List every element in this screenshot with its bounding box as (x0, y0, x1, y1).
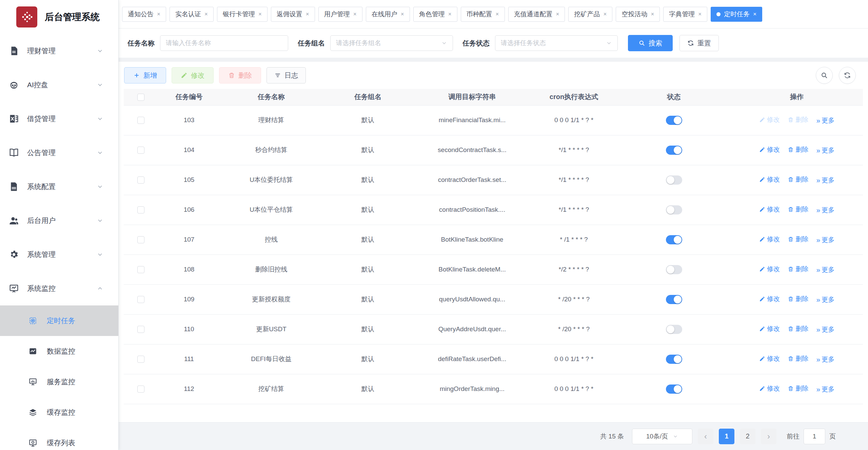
sidebar-sub-item[interactable]: 缓存监控 (0, 397, 118, 428)
tag-view-tab[interactable]: 角色管理 × (413, 7, 457, 22)
edit-button[interactable]: 修改 (172, 67, 214, 83)
edit-link[interactable]: 修改 (759, 295, 780, 303)
more-link[interactable]: » 更多 (816, 116, 834, 125)
sidebar-sub-item[interactable]: 定时任务 (0, 305, 118, 336)
edit-link[interactable]: 修改 (759, 324, 780, 333)
tab-close-icon[interactable]: × (753, 11, 756, 17)
refresh-circle-button[interactable] (839, 67, 856, 84)
delete-link[interactable]: 删除 (788, 115, 808, 124)
more-link[interactable]: » 更多 (816, 236, 834, 244)
edit-link[interactable]: 修改 (759, 235, 780, 244)
row-checkbox[interactable] (137, 386, 144, 393)
more-link[interactable]: » 更多 (816, 325, 834, 334)
edit-link[interactable]: 修改 (759, 354, 780, 363)
status-toggle[interactable] (666, 235, 682, 244)
delete-link[interactable]: 删除 (788, 295, 808, 303)
tag-view-tab[interactable]: 返佣设置 × (271, 7, 315, 22)
status-toggle[interactable] (666, 146, 682, 155)
row-checkbox[interactable] (137, 266, 144, 273)
sidebar-sub-item[interactable]: 缓存列表 (0, 428, 118, 450)
tag-view-tab[interactable]: 挖矿产品 × (568, 7, 612, 22)
status-toggle[interactable] (666, 116, 682, 125)
edit-link[interactable]: 修改 (759, 145, 780, 154)
more-link[interactable]: » 更多 (816, 385, 834, 394)
delete-link[interactable]: 删除 (788, 324, 808, 333)
task-name-input[interactable] (160, 35, 288, 51)
sidebar-item[interactable]: AI控盘 (0, 68, 118, 102)
search-button[interactable]: 搜索 (628, 35, 673, 51)
search-circle-button[interactable] (816, 67, 833, 84)
log-button[interactable]: 日志 (267, 67, 306, 83)
page-size-select[interactable]: 10条/页 (632, 429, 692, 444)
status-toggle[interactable] (666, 295, 682, 304)
row-checkbox[interactable] (137, 296, 144, 303)
sidebar-item[interactable]: 后台用户 (0, 204, 118, 238)
select-all-checkbox[interactable] (137, 94, 144, 101)
goto-page-input[interactable] (804, 429, 825, 444)
row-checkbox[interactable] (137, 117, 144, 124)
tab-close-icon[interactable]: × (698, 11, 702, 17)
edit-link[interactable]: 修改 (759, 175, 780, 184)
reset-button[interactable]: 重置 (679, 35, 719, 51)
page-number-button[interactable]: 1 (719, 429, 734, 444)
sidebar-sub-item[interactable]: 数据监控 (0, 336, 118, 367)
del-button[interactable]: 删除 (219, 67, 261, 83)
status-toggle[interactable] (666, 205, 682, 214)
row-checkbox[interactable] (137, 147, 144, 154)
delete-link[interactable]: 删除 (788, 354, 808, 363)
delete-link[interactable]: 删除 (788, 235, 808, 244)
row-checkbox[interactable] (137, 356, 144, 363)
tab-close-icon[interactable]: × (496, 11, 499, 17)
more-link[interactable]: » 更多 (816, 265, 834, 274)
tag-view-tab[interactable]: 定时任务 × (711, 7, 762, 22)
next-page-button[interactable]: › (761, 429, 776, 444)
sidebar-item[interactable]: 理财管理 (0, 34, 118, 68)
sidebar-item[interactable]: 系统监控 (0, 271, 118, 305)
more-link[interactable]: » 更多 (816, 355, 834, 364)
sidebar-item[interactable]: 系统配置 (0, 170, 118, 204)
more-link[interactable]: » 更多 (816, 295, 834, 304)
tag-view-tab[interactable]: 空投活动 × (616, 7, 660, 22)
status-toggle[interactable] (666, 175, 682, 185)
edit-link[interactable]: 修改 (759, 265, 780, 274)
delete-link[interactable]: 删除 (788, 175, 808, 184)
status-toggle[interactable] (666, 385, 682, 394)
status-toggle[interactable] (666, 355, 682, 364)
add-button[interactable]: 新增 (124, 67, 166, 83)
row-checkbox[interactable] (137, 236, 144, 243)
tab-close-icon[interactable]: × (306, 11, 309, 17)
delete-link[interactable]: 删除 (788, 205, 808, 214)
tab-close-icon[interactable]: × (353, 11, 357, 17)
status-toggle[interactable] (666, 265, 682, 274)
sidebar-sub-item[interactable]: 服务监控 (0, 367, 118, 397)
page-number-button[interactable]: 2 (740, 429, 755, 444)
more-link[interactable]: » 更多 (816, 146, 834, 155)
tag-view-tab[interactable]: 字典管理 × (663, 7, 707, 22)
task-group-select[interactable]: 请选择任务组名 (330, 35, 453, 51)
tab-close-icon[interactable]: × (603, 11, 607, 17)
delete-link[interactable]: 删除 (788, 384, 808, 393)
edit-link[interactable]: 修改 (759, 115, 780, 124)
tag-view-tab[interactable]: 用户管理 × (318, 7, 362, 22)
tab-close-icon[interactable]: × (258, 11, 262, 17)
status-toggle[interactable] (666, 325, 682, 334)
delete-link[interactable]: 删除 (788, 145, 808, 154)
edit-link[interactable]: 修改 (759, 384, 780, 393)
tab-close-icon[interactable]: × (401, 11, 404, 17)
tab-close-icon[interactable]: × (651, 11, 654, 17)
prev-page-button[interactable]: ‹ (698, 429, 713, 444)
tag-view-tab[interactable]: 在线用户 × (366, 7, 410, 22)
tag-view-tab[interactable]: 通知公告 × (122, 7, 166, 22)
sidebar-item[interactable]: 系统管理 (0, 238, 118, 271)
tag-view-tab[interactable]: 银行卡管理 × (217, 7, 268, 22)
tag-view-tab[interactable]: 充值通道配置 × (508, 7, 565, 22)
tab-close-icon[interactable]: × (448, 11, 452, 17)
tab-close-icon[interactable]: × (157, 11, 160, 17)
sidebar-item[interactable]: 公告管理 (0, 136, 118, 170)
tab-close-icon[interactable]: × (556, 11, 559, 17)
row-checkbox[interactable] (137, 206, 144, 213)
more-link[interactable]: » 更多 (816, 176, 834, 185)
tag-view-tab[interactable]: 币种配置 × (461, 7, 505, 22)
task-status-select[interactable]: 请选择任务状态 (495, 35, 618, 51)
tab-close-icon[interactable]: × (204, 11, 208, 17)
